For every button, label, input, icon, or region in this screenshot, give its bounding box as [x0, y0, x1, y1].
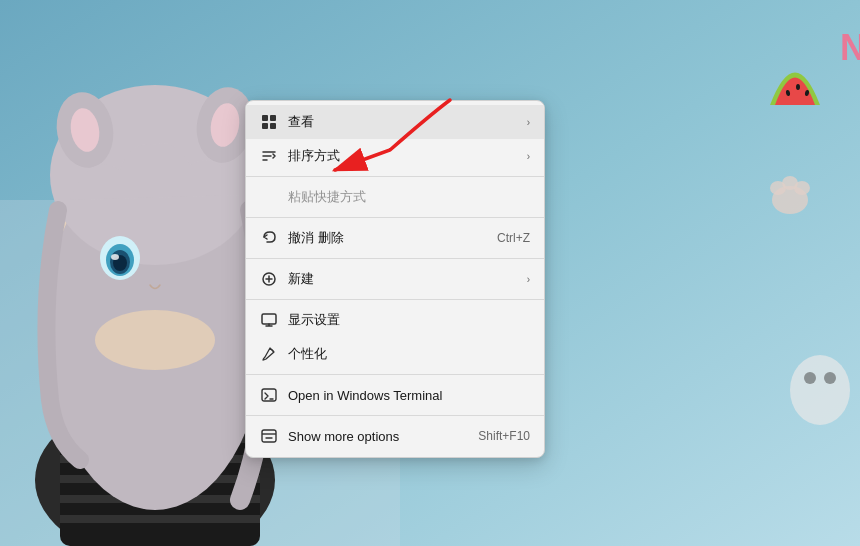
more-icon [260, 427, 278, 445]
menu-item-paste-shortcut: 粘贴快捷方式 [246, 180, 544, 214]
svg-rect-35 [262, 115, 268, 121]
menu-item-personalize-label: 个性化 [288, 345, 530, 363]
svg-rect-36 [270, 115, 276, 121]
menu-item-view-label: 查看 [288, 113, 519, 131]
context-menu: 查看 › 排序方式 › 粘贴快捷方式 撤消 删除 Ctrl+Z [245, 100, 545, 458]
menu-item-new[interactable]: 新建 › [246, 262, 544, 296]
brush-icon [260, 345, 278, 363]
svg-rect-38 [270, 123, 276, 129]
separator-6 [246, 415, 544, 416]
display-icon [260, 311, 278, 329]
chevron-right-icon-3: › [527, 274, 530, 285]
svg-point-26 [790, 355, 850, 425]
menu-item-sort[interactable]: 排序方式 › [246, 139, 544, 173]
menu-item-sort-label: 排序方式 [288, 147, 519, 165]
undo-icon [260, 229, 278, 247]
svg-rect-8 [60, 515, 260, 523]
menu-item-terminal[interactable]: Open in Windows Terminal [246, 378, 544, 412]
separator-4 [246, 299, 544, 300]
svg-point-27 [804, 372, 816, 384]
separator-2 [246, 217, 544, 218]
menu-item-more-label: Show more options [288, 429, 470, 444]
new-icon [260, 270, 278, 288]
menu-item-undo-label: 撤消 删除 [288, 229, 489, 247]
svg-rect-41 [262, 389, 276, 401]
terminal-icon [260, 386, 278, 404]
grid-icon [260, 113, 278, 131]
menu-item-display-label: 显示设置 [288, 311, 530, 329]
svg-point-22 [95, 310, 215, 370]
menu-item-terminal-label: Open in Windows Terminal [288, 388, 530, 403]
svg-point-28 [824, 372, 836, 384]
svg-text:N: N [840, 27, 860, 68]
separator-5 [246, 374, 544, 375]
svg-point-33 [794, 181, 810, 195]
separator-3 [246, 258, 544, 259]
chevron-right-icon: › [527, 117, 530, 128]
svg-point-21 [111, 254, 119, 260]
menu-item-new-label: 新建 [288, 270, 519, 288]
svg-point-24 [796, 84, 800, 90]
paste-icon [260, 188, 278, 206]
menu-item-more-shortcut: Shift+F10 [478, 429, 530, 443]
menu-item-view[interactable]: 查看 › [246, 105, 544, 139]
menu-item-display[interactable]: 显示设置 [246, 303, 544, 337]
menu-item-personalize[interactable]: 个性化 [246, 337, 544, 371]
menu-item-more-options[interactable]: Show more options Shift+F10 [246, 419, 544, 453]
separator-1 [246, 176, 544, 177]
menu-item-undo[interactable]: 撤消 删除 Ctrl+Z [246, 221, 544, 255]
svg-rect-42 [262, 430, 276, 442]
menu-item-paste-label: 粘贴快捷方式 [288, 188, 530, 206]
menu-item-undo-shortcut: Ctrl+Z [497, 231, 530, 245]
sort-icon [260, 147, 278, 165]
svg-rect-37 [262, 123, 268, 129]
chevron-right-icon-2: › [527, 151, 530, 162]
svg-rect-40 [262, 314, 276, 324]
